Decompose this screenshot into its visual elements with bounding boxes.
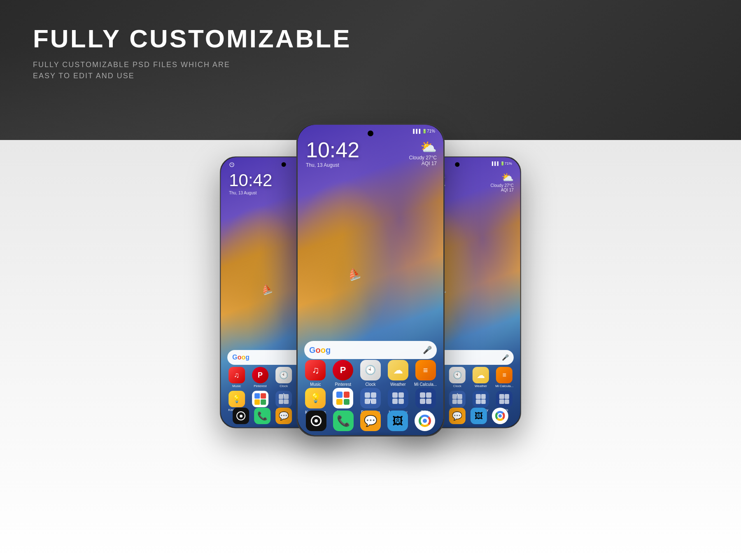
dock-phone-center[interactable]: 📞 — [333, 411, 354, 431]
clock-date-left: Thu, 13 August — [229, 191, 272, 195]
calc-icon-center[interactable]: ≡ — [415, 360, 436, 380]
app-clock-center[interactable]: 🕙 Clock — [358, 360, 383, 387]
clock-date-center: Thu, 13 August — [306, 162, 359, 168]
app-weather-center[interactable]: ☁ Weather — [386, 360, 410, 387]
clock-icon-left[interactable]: 🕙 — [275, 367, 292, 383]
dock-chrome-center[interactable] — [415, 411, 435, 431]
clock-icon-center[interactable]: 🕙 — [360, 360, 381, 380]
weather-widget-right: ⛅ Cloudy 27°C AQI 17 — [491, 172, 514, 192]
search-mic-center[interactable]: 🎤 — [423, 345, 432, 355]
learnplay-icon-center[interactable] — [388, 388, 408, 408]
keepnotes-icon-left[interactable]: 💡 — [228, 391, 245, 407]
dock-gallery-center[interactable]: 🖼 — [387, 411, 408, 431]
clock-widget-left: 10:42 Thu, 13 August — [229, 172, 272, 195]
alarm-icon-left — [229, 161, 235, 167]
google-icon-left[interactable] — [252, 391, 268, 407]
camera-hole-center — [368, 131, 373, 136]
clock-label-left: Clock — [280, 384, 288, 388]
app-calc-center[interactable]: ≡ Mi Calcula... — [413, 360, 438, 387]
signal-icon-center: ▐▐▐ — [412, 129, 420, 133]
phone-center-screen: ▐▐▐ 🔋71% 10:42 Thu, 13 August ⛅ Cloudy 2… — [298, 125, 443, 435]
svg-line-2 — [232, 165, 233, 165]
clock-icon-right[interactable]: 🕙 — [449, 367, 466, 383]
status-time-left — [229, 161, 235, 168]
weather-aqi-center: AQI 17 — [409, 161, 437, 166]
pinterest-label-left: Pinterest — [254, 384, 267, 388]
dock-message-center[interactable]: 💬 — [360, 411, 381, 431]
search-mic-right[interactable]: 🎤 — [502, 354, 509, 361]
dock-center: 📞 💬 🖼 — [306, 411, 435, 431]
google-icon-center[interactable] — [333, 388, 353, 408]
battery-icon-center: 🔋71% — [422, 129, 435, 133]
camera-hole-right — [455, 162, 459, 167]
phones-container: ▐▐▐ 🔋71% 10:42 Thu, 13 August ⛅ Cloudy 2… — [124, 66, 618, 436]
app-music-left[interactable]: ♫ Music — [226, 367, 247, 388]
clock-time-left: 10:42 — [229, 172, 272, 189]
app-pinterest-left[interactable]: P Pinterest — [250, 367, 270, 388]
music-icon-left[interactable]: ♫ — [228, 367, 245, 383]
app-calc-right[interactable]: ≡ Mi Calcula... — [494, 367, 515, 388]
bottom-section: ▐▐▐ 🔋71% 10:42 Thu, 13 August ⛅ Cloudy 2… — [0, 140, 741, 560]
google-g-left: Goog — [232, 354, 249, 361]
dock-chrome-right[interactable] — [492, 408, 508, 424]
weather-widget-center: ⛅ Cloudy 27°C AQI 17 — [409, 139, 437, 166]
swipe-up-right: ∧ — [455, 391, 459, 398]
weather-condition-right: Cloudy 27°C — [491, 183, 514, 188]
music-label-center: Music — [310, 382, 321, 387]
app-row1-center: ♫ Music P Pinterest 🕙 Clock — [298, 360, 443, 387]
clock-label-right: Clock — [453, 384, 461, 388]
pinterest-icon-center[interactable]: P — [333, 360, 353, 380]
app-pinterest-center[interactable]: P Pinterest — [331, 360, 355, 387]
page-wrapper: FULLY CUSTOMIZABLE FULLY CUSTOMIZABLE PS… — [0, 0, 741, 560]
weather-label-right: Weather — [475, 384, 487, 388]
app-weather-right[interactable]: ☁ Weather — [471, 367, 491, 388]
phone-center: ▐▐▐ 🔋71% 10:42 Thu, 13 August ⛅ Cloudy 2… — [296, 124, 445, 436]
google-g-center: Goog — [309, 345, 331, 355]
sub-title: FULLY CUSTOMIZABLE PSD FILES WHICH ARE E… — [33, 59, 352, 82]
music-label-left: Music — [232, 384, 241, 388]
weather-aqi-right: AQI 17 — [491, 188, 514, 192]
camera-hole-left — [282, 162, 286, 167]
dock-message-left[interactable]: 💬 — [275, 408, 292, 424]
clock-label-center: Clock — [365, 382, 375, 387]
battery-icon-right: 🔋71% — [500, 161, 512, 166]
dock-camera-center[interactable] — [306, 411, 326, 431]
calc-label-center: Mi Calcula... — [414, 382, 437, 387]
tools-icon-right[interactable] — [496, 391, 513, 407]
calc-label-right: Mi Calcula... — [495, 384, 513, 388]
phone-shadow-center — [312, 431, 429, 436]
pinterest-label-center: Pinterest — [335, 382, 351, 387]
clock-widget-center: 10:42 Thu, 13 August — [306, 139, 359, 168]
dock-camera-left[interactable] — [233, 408, 249, 424]
clock-time-center: 10:42 — [306, 139, 359, 161]
dock-message-right[interactable]: 💬 — [449, 408, 466, 424]
pinterest-icon-left[interactable]: P — [252, 367, 268, 383]
weather-label-center: Weather — [390, 382, 406, 387]
app-clock-right[interactable]: 🕙 Clock — [447, 367, 468, 388]
signal-icon-right: ▐▐▐ — [491, 161, 499, 166]
keepnotes-icon-center[interactable]: 💡 — [305, 388, 326, 408]
search-bar-center[interactable]: Goog 🎤 — [304, 341, 437, 359]
main-title: FULLY CUSTOMIZABLE — [33, 25, 352, 53]
weather-icon-app-center[interactable]: ☁ — [388, 360, 408, 380]
status-icons-center: ▐▐▐ 🔋71% — [412, 129, 435, 133]
app-music-center[interactable]: ♫ Music — [303, 360, 328, 387]
music-icon-center[interactable]: ♫ — [305, 360, 326, 380]
learnplay-icon-right[interactable] — [473, 391, 489, 407]
weather-icon-app-right[interactable]: ☁ — [473, 367, 489, 383]
weather-icon-center: ⛅ — [409, 139, 437, 155]
swipe-up-left: ∧ — [282, 391, 286, 398]
tools-icon-center[interactable] — [415, 388, 436, 408]
app-clock-left[interactable]: 🕙 Clock — [273, 367, 294, 388]
header-text: FULLY CUSTOMIZABLE FULLY CUSTOMIZABLE PS… — [33, 25, 352, 82]
swipe-up-center: ∧ — [368, 397, 373, 404]
dock-phone-left[interactable]: 📞 — [254, 408, 270, 424]
weather-icon-right: ⛅ — [491, 172, 514, 183]
calc-icon-right[interactable]: ≡ — [496, 367, 513, 383]
dock-gallery-right[interactable]: 🖼 — [471, 408, 487, 424]
weather-condition-center: Cloudy 27°C — [409, 155, 437, 161]
status-icons-right: ▐▐▐ 🔋71% — [491, 161, 512, 166]
